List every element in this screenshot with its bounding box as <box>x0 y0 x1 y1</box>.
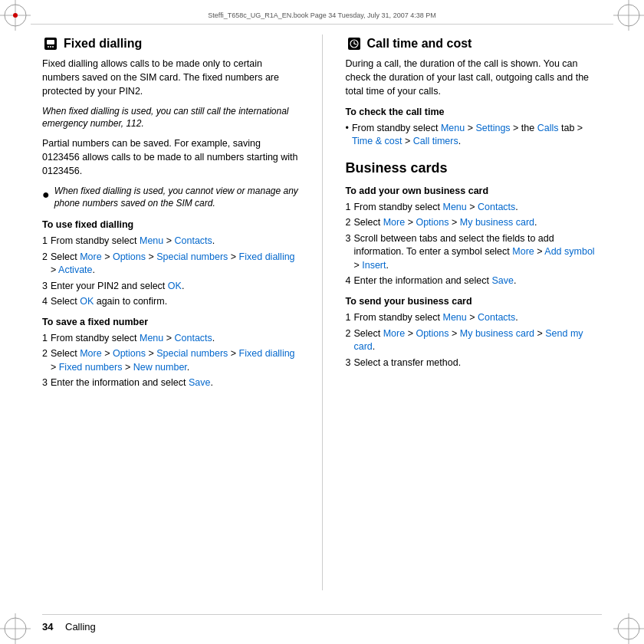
warning-text: When fixed dialling is used, you cannot … <box>54 185 299 211</box>
list-item: 4 Select OK again to confirm. <box>42 295 299 309</box>
link-options: Options <box>416 217 449 228</box>
to-use-fixed-dialling-title: To use fixed dialling <box>42 218 299 232</box>
link-more: More <box>383 217 405 228</box>
list-item: • From standby select Menu > Settings > … <box>346 122 603 149</box>
link-insert: Insert <box>362 260 386 271</box>
header-bar: Steffi_T658c_UG_R1A_EN.book Page 34 Tues… <box>31 9 613 25</box>
link-menu: Menu <box>441 123 465 133</box>
to-check-call-time-title: To check the call time <box>346 105 603 119</box>
warning-block: ● When fixed dialling is used, you canno… <box>42 185 299 211</box>
link-options: Options <box>416 328 449 339</box>
to-save-fixed-number-title: To save a fixed number <box>42 315 299 329</box>
link-fixed-dialling: Fixed dialling <box>239 251 295 262</box>
svg-rect-14 <box>47 40 54 44</box>
corner-mark-br <box>613 613 644 644</box>
list-item: 1 From standby select Menu > Contacts. <box>42 332 299 346</box>
save-fixed-number-list: 1 From standby select Menu > Contacts. 2… <box>42 332 299 390</box>
link-options: Options <box>113 348 146 359</box>
link-time-cost: Time & cost <box>352 136 402 146</box>
footer-section-label: Calling <box>65 621 96 632</box>
link-settings: Settings <box>475 123 510 133</box>
call-time-icon <box>346 35 363 52</box>
link-save: Save <box>491 275 514 286</box>
call-time-title: Call time and cost <box>346 34 603 52</box>
list-item: 1 From standby select Menu > Contacts. <box>346 311 603 325</box>
fixed-dialling-icon <box>42 35 59 52</box>
right-column: Call time and cost During a call, the du… <box>346 34 603 590</box>
list-item: 3 Enter your PIN2 and select OK. <box>42 280 299 294</box>
link-call-timers: Call timers <box>413 136 458 146</box>
left-column: Fixed dialling Fixed dialling allows cal… <box>42 34 299 590</box>
link-special-numbers: Special numbers <box>156 251 228 262</box>
link-new-number: New number <box>133 362 187 373</box>
svg-point-15 <box>48 46 49 48</box>
link-menu: Menu <box>442 312 466 323</box>
list-item: 1 From standby select Menu > Contacts. <box>346 201 603 215</box>
link-my-business-card2: My business card <box>460 328 534 339</box>
italic-note: When fixed dialling is used, you can sti… <box>42 105 299 131</box>
list-item: 2 Select More > Options > My business ca… <box>346 327 603 354</box>
list-item: 3 Select a transfer method. <box>346 356 603 370</box>
link-menu: Menu <box>442 202 466 212</box>
list-item: 2 Select More > Options > Special number… <box>42 347 299 374</box>
link-more: More <box>512 246 534 257</box>
use-fixed-dialling-list: 1 From standby select Menu > Contacts. 2… <box>42 235 299 309</box>
fixed-dialling-title: Fixed dialling <box>42 34 299 52</box>
fixed-dialling-intro: Fixed dialling allows calls to be made o… <box>42 57 299 98</box>
link-fixed-numbers: Fixed numbers <box>59 362 123 373</box>
link-menu: Menu <box>140 333 163 343</box>
corner-mark-tl <box>0 0 31 31</box>
add-business-card-list: 1 From standby select Menu > Contacts. 2… <box>346 201 603 288</box>
link-my-business-card: My business card <box>460 217 534 228</box>
link-save: Save <box>189 377 211 388</box>
link-calls-tab: Calls <box>537 123 559 133</box>
call-time-intro: During a call, the duration of the call … <box>346 57 603 98</box>
page-wrapper: Steffi_T658c_UG_R1A_EN.book Page 34 Tues… <box>0 0 644 644</box>
list-item: 1 From standby select Menu > Contacts. <box>42 235 299 248</box>
link-special-numbers: Special numbers <box>156 348 228 359</box>
warning-icon: ● <box>42 186 50 203</box>
send-business-card-list: 1 From standby select Menu > Contacts. 2… <box>346 311 603 370</box>
link-add-symbol: Add symbol <box>544 246 594 257</box>
list-item: 3 Enter the information and select Save. <box>42 376 299 390</box>
to-add-business-card-title: To add your own business card <box>346 184 603 198</box>
footer: 34 Calling <box>42 614 602 632</box>
link-more: More <box>80 348 101 359</box>
list-item: 2 Select More > Options > Special number… <box>42 251 299 278</box>
link-options: Options <box>113 251 146 262</box>
list-item: 3 Scroll between tabs and select the fie… <box>346 232 603 273</box>
list-item: 4 Enter the information and select Save. <box>346 274 603 288</box>
partial-numbers-para: Partial numbers can be saved. For exampl… <box>42 136 299 178</box>
link-contacts: Contacts <box>478 202 515 212</box>
svg-point-3 <box>13 13 18 18</box>
header-text: Steffi_T658c_UG_R1A_EN.book Page 34 Tues… <box>208 12 435 19</box>
link-contacts: Contacts <box>175 333 212 343</box>
call-time-label: Call time and cost <box>367 34 472 52</box>
fixed-dialling-label: Fixed dialling <box>64 34 142 52</box>
link-ok2: OK <box>80 296 94 307</box>
link-contacts: Contacts <box>478 312 515 323</box>
link-ok: OK <box>168 281 182 291</box>
corner-mark-tr <box>613 0 644 31</box>
link-more: More <box>80 251 101 262</box>
page-number: 34 <box>42 621 65 632</box>
column-divider <box>322 34 323 590</box>
link-fixed-dialling2: Fixed dialling <box>239 348 295 359</box>
list-item: 2 Select More > Options > My business ca… <box>346 216 603 230</box>
svg-point-16 <box>50 46 51 48</box>
corner-mark-bl <box>0 613 31 644</box>
link-more: More <box>383 328 405 339</box>
svg-point-17 <box>52 46 54 48</box>
link-activate: Activate <box>58 264 92 275</box>
content-area: Fixed dialling Fixed dialling allows cal… <box>42 34 602 590</box>
check-call-time-list: • From standby select Menu > Settings > … <box>346 122 603 149</box>
link-contacts: Contacts <box>175 235 212 246</box>
business-cards-title: Business cards <box>346 158 603 178</box>
link-menu: Menu <box>140 235 163 246</box>
to-send-business-card-title: To send your business card <box>346 294 603 308</box>
